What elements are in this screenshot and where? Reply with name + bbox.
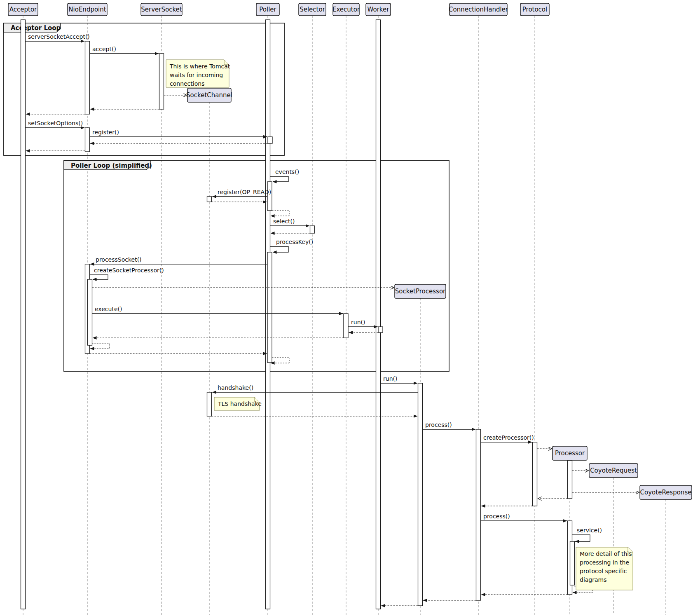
- notes: This is where Tomcat waits for incoming …: [166, 60, 633, 590]
- note-more-detail-line3: protocol specific: [580, 568, 627, 574]
- participant-selector-label: Selector: [300, 6, 325, 13]
- activation-connectionhandler-process: [476, 429, 481, 600]
- frame-acceptor-loop-label: Acceptor Loop: [11, 24, 61, 32]
- messages: serverSocketAccept() accept() setSocketO…: [26, 33, 639, 606]
- note-tls-handshake-line1: TLS handshake: [218, 401, 262, 407]
- activation-acceptor-thread: [21, 20, 26, 609]
- message-setsocketoptions-label: setSocketOptions(): [28, 120, 83, 126]
- activation-poller-events: [267, 182, 272, 211]
- message-register-opread-label: register(OP_READ): [218, 189, 271, 195]
- message-service-label: service(): [577, 527, 602, 534]
- participant-executor-label: Executor: [332, 6, 360, 13]
- message-createsocketprocessor-self: [90, 275, 108, 279]
- message-createprocessor-label: createProcessor(): [483, 434, 534, 441]
- activation-poller-register: [268, 137, 272, 143]
- frame-poller-loop-label: Poller Loop (simplified): [71, 162, 152, 169]
- participant-nioendpoint-label: NioEndpoint: [68, 6, 106, 13]
- activation-socketprocessor-run: [418, 383, 423, 606]
- activation-nioendpoint-createsocketprocessor: [88, 279, 92, 345]
- activation-worker-run-nested: [378, 327, 383, 333]
- participant-coyoteresponse-label: CoyoteResponse: [640, 489, 692, 496]
- message-process-1-label: process(): [425, 422, 452, 428]
- message-select-label: select(): [273, 218, 295, 225]
- activation-processor-construction: [568, 460, 572, 499]
- participants: Acceptor NioEndpoint ServerSocket Poller…: [8, 3, 692, 499]
- activation-poller-processkey: [267, 252, 272, 363]
- activation-serversocket-accept: [159, 54, 164, 109]
- self-return-nioendpoint: [90, 343, 110, 349]
- activation-processor-service: [570, 541, 575, 585]
- participant-serversocket-label: ServerSocket: [141, 6, 182, 13]
- activation-worker-thread: [376, 20, 381, 609]
- message-process-2-label: process(): [483, 513, 510, 520]
- sequence-diagram-canvas: Acceptor Loop Poller Loop (simplified) s…: [0, 0, 693, 616]
- note-tomcat-waits-line3: connections: [170, 80, 204, 87]
- activation-protocol-createprocessor: [533, 442, 537, 506]
- message-events-label: events(): [275, 169, 299, 175]
- participant-socketprocessor-label: SocketProcessor: [395, 288, 446, 295]
- participant-acceptor-label: Acceptor: [9, 6, 37, 13]
- message-createsocketprocessor-label: createSocketProcessor(): [94, 267, 164, 274]
- activation-selector-select: [310, 226, 315, 233]
- activation-nioendpoint-setsocketoptions: [85, 128, 90, 152]
- message-processkey-self: [270, 246, 289, 252]
- participant-processor-label: Processor: [555, 450, 585, 457]
- message-processkey-label: processKey(): [276, 239, 313, 245]
- self-return-poller-events: [271, 211, 289, 216]
- message-serversocketaccept-label: serverSocketAccept(): [28, 33, 90, 40]
- participant-connectionhandler-label: ConnectionHandler: [449, 6, 508, 13]
- activation-socketchannel-register: [207, 197, 212, 202]
- note-more-detail-line2: processing in the: [580, 559, 629, 566]
- activation-socketchannel-handshake: [207, 392, 212, 416]
- participant-protocol-label: Protocol: [522, 6, 547, 13]
- message-handshake-label: handshake(): [218, 384, 253, 391]
- note-more-detail-line4: diagrams: [580, 576, 607, 583]
- note-tomcat-waits-line2: waits for incoming: [170, 72, 223, 78]
- message-register-label: register(): [92, 129, 119, 136]
- participant-socketchannel-label: SocketChannel: [186, 91, 232, 99]
- message-run-worker-socketprocessor-label: run(): [383, 375, 397, 382]
- note-more-detail-line1: More detail of this: [580, 550, 632, 557]
- self-return-poller-processkey: [271, 358, 289, 363]
- message-events-self: [270, 176, 289, 182]
- participant-coyoterequest-label: CoyoteRequest: [590, 467, 637, 474]
- message-execute-label: execute(): [95, 306, 122, 312]
- sequence-diagram: Acceptor Loop Poller Loop (simplified) s…: [0, 0, 693, 616]
- activation-executor-execute: [344, 314, 348, 338]
- frame-acceptor-loop: [4, 23, 284, 155]
- message-run-executor-worker-label: run(): [351, 319, 365, 326]
- participant-worker-label: Worker: [368, 6, 390, 13]
- participant-poller-label: Poller: [259, 6, 276, 13]
- message-service-self: [572, 535, 590, 541]
- note-tomcat-waits-line1: This is where Tomcat: [169, 63, 230, 70]
- activation-nioendpoint-accept: [85, 41, 90, 114]
- message-processsocket-label: processSocket(): [96, 256, 142, 263]
- message-accept-label: accept(): [92, 46, 116, 52]
